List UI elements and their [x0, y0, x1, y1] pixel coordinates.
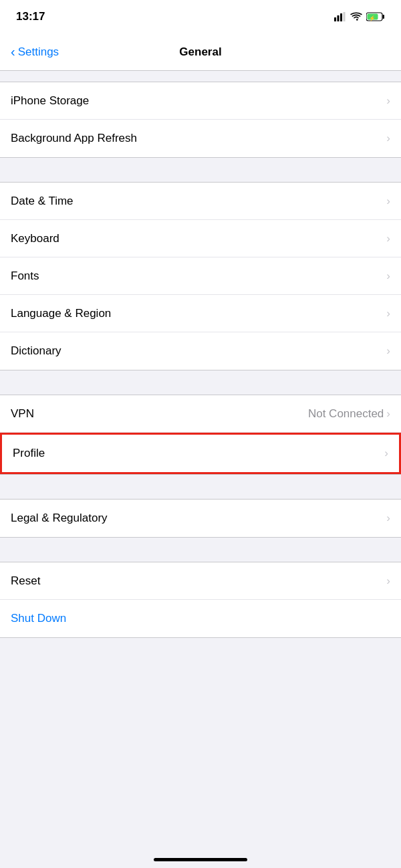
- svg-text:⚡: ⚡: [369, 15, 376, 21]
- iphone-storage-label: iPhone Storage: [11, 94, 89, 108]
- back-chevron-icon: ‹: [11, 44, 15, 60]
- fonts-item[interactable]: Fonts ›: [0, 257, 401, 295]
- profile-chevron: ›: [384, 447, 388, 460]
- fonts-chevron: ›: [386, 269, 390, 283]
- vpn-chevron: ›: [386, 407, 390, 421]
- section-gap-2: [0, 158, 401, 182]
- dictionary-chevron: ›: [386, 344, 390, 358]
- home-indicator: [154, 858, 247, 861]
- svg-rect-2: [340, 13, 342, 21]
- language-region-label: Language & Region: [11, 307, 111, 320]
- section-gap-4: [0, 475, 401, 499]
- profile-highlight-border: Profile ›: [0, 433, 401, 474]
- reset-item[interactable]: Reset ›: [0, 562, 401, 600]
- language-region-chevron: ›: [386, 307, 390, 320]
- language-region-item[interactable]: Language & Region ›: [0, 295, 401, 332]
- back-label: Settings: [18, 45, 59, 59]
- date-time-item[interactable]: Date & Time ›: [0, 183, 401, 220]
- reset-label: Reset: [11, 574, 40, 588]
- section-gap-5: [0, 538, 401, 562]
- list-group-reset: Reset › Shut Down: [0, 562, 401, 638]
- status-time: 13:17: [16, 10, 45, 23]
- background-app-refresh-chevron: ›: [386, 132, 390, 145]
- list-group-storage: iPhone Storage › Background App Refresh …: [0, 82, 401, 158]
- wifi-icon: [350, 12, 362, 21]
- vpn-label: VPN: [11, 407, 34, 421]
- background-app-refresh-right: ›: [386, 132, 390, 145]
- back-button[interactable]: ‹ Settings: [11, 44, 59, 60]
- shutdown-item[interactable]: Shut Down: [0, 600, 401, 637]
- reset-chevron: ›: [386, 574, 390, 588]
- dictionary-label: Dictionary: [11, 344, 61, 358]
- list-group-legal: Legal & Regulatory ›: [0, 499, 401, 538]
- page-title: General: [179, 45, 221, 59]
- profile-item[interactable]: Profile ›: [2, 435, 399, 472]
- status-bar: 13:17 ⚡: [0, 0, 401, 33]
- background-app-refresh-item[interactable]: Background App Refresh ›: [0, 120, 401, 157]
- profile-label: Profile: [13, 447, 45, 460]
- date-time-chevron: ›: [386, 195, 390, 208]
- shutdown-label: Shut Down: [11, 612, 66, 625]
- svg-rect-5: [383, 15, 385, 19]
- legal-regulatory-label: Legal & Regulatory: [11, 512, 108, 525]
- iphone-storage-chevron: ›: [386, 94, 390, 108]
- list-group-datetime: Date & Time › Keyboard › Fonts › Languag…: [0, 182, 401, 370]
- vpn-item[interactable]: VPN Not Connected ›: [0, 395, 401, 433]
- svg-rect-3: [344, 12, 346, 21]
- legal-regulatory-chevron: ›: [386, 512, 390, 525]
- fonts-label: Fonts: [11, 269, 39, 283]
- nav-bar: ‹ Settings General: [0, 33, 401, 71]
- list-group-vpn-profile: VPN Not Connected › Profile ›: [0, 395, 401, 475]
- status-icons: ⚡: [334, 12, 385, 21]
- date-time-label: Date & Time: [11, 195, 74, 208]
- dictionary-item[interactable]: Dictionary ›: [0, 332, 401, 370]
- keyboard-item[interactable]: Keyboard ›: [0, 220, 401, 257]
- iphone-storage-right: ›: [386, 94, 390, 108]
- signal-icon: [334, 12, 346, 21]
- vpn-status: Not Connected: [308, 407, 384, 421]
- iphone-storage-item[interactable]: iPhone Storage ›: [0, 82, 401, 120]
- section-gap-3: [0, 370, 401, 395]
- svg-rect-0: [334, 17, 336, 21]
- keyboard-chevron: ›: [386, 232, 390, 245]
- section-gap-1: [0, 71, 401, 82]
- background-app-refresh-label: Background App Refresh: [11, 132, 137, 145]
- legal-regulatory-item[interactable]: Legal & Regulatory ›: [0, 500, 401, 537]
- keyboard-label: Keyboard: [11, 232, 59, 245]
- svg-rect-1: [338, 15, 340, 21]
- battery-icon: ⚡: [366, 12, 385, 21]
